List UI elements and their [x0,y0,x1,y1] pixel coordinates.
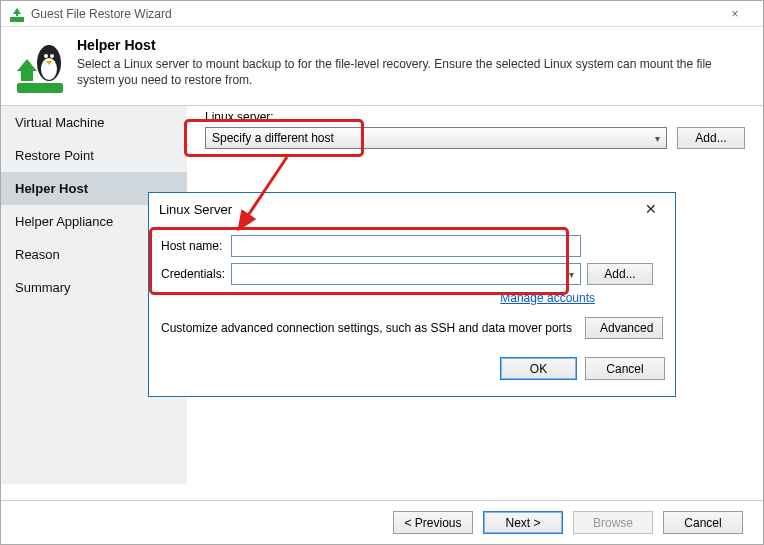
close-icon[interactable]: × [715,1,755,27]
dialog-footer: OK Cancel [149,339,675,390]
dialog-titlebar: Linux Server ✕ [149,193,675,225]
linux-server-label: Linux server: [205,110,745,124]
page-subtitle: Select a Linux server to mount backup to… [77,57,717,88]
header: Helper Host Select a Linux server to mou… [1,27,763,106]
manage-accounts-row: Manage accounts [161,291,663,305]
penguin-icon [15,37,65,95]
advanced-note-row: Customize advanced connection settings, … [161,317,663,339]
credentials-select[interactable]: ▾ [231,263,581,285]
svg-point-5 [50,54,54,58]
svg-rect-1 [17,83,63,93]
host-name-row: Host name: [161,235,663,257]
svg-point-4 [44,54,48,58]
advanced-note: Customize advanced connection settings, … [161,321,575,335]
cancel-button[interactable]: Cancel [663,511,743,534]
page-title: Helper Host [77,37,717,53]
chevron-down-icon: ▾ [569,269,574,280]
next-button[interactable]: Next > [483,511,563,534]
credentials-label: Credentials: [161,267,225,281]
credentials-row: Credentials: ▾ Add... [161,263,663,285]
dialog-close-icon[interactable]: ✕ [637,199,665,219]
add-server-button[interactable]: Add... [677,127,745,149]
linux-server-row: Specify a different host ▾ Add... [205,127,745,149]
dialog-cancel-button[interactable]: Cancel [585,357,665,380]
dialog-title: Linux Server [159,202,232,217]
linux-server-value: Specify a different host [212,131,334,145]
host-name-input[interactable] [231,235,581,257]
linux-server-dialog: Linux Server ✕ Host name: Credentials: ▾… [148,192,676,397]
svg-rect-0 [10,17,24,22]
chevron-down-icon: ▾ [655,133,660,144]
wizard-window: Guest File Restore Wizard × Helper Host … [0,0,764,545]
dialog-ok-button[interactable]: OK [500,357,577,380]
host-name-label: Host name: [161,239,225,253]
footer: < Previous Next > Browse Cancel [1,500,763,544]
linux-server-select[interactable]: Specify a different host ▾ [205,127,667,149]
titlebar: Guest File Restore Wizard × [1,1,763,27]
window-title: Guest File Restore Wizard [31,1,715,27]
nav-virtual-machine[interactable]: Virtual Machine [1,106,187,139]
header-text: Helper Host Select a Linux server to mou… [77,37,717,95]
app-icon [9,6,25,22]
browse-button: Browse [573,511,653,534]
advanced-button[interactable]: Advanced [585,317,663,339]
manage-accounts-link[interactable]: Manage accounts [500,291,595,305]
previous-button[interactable]: < Previous [393,511,473,534]
nav-restore-point[interactable]: Restore Point [1,139,187,172]
add-credentials-button[interactable]: Add... [587,263,653,285]
dialog-body: Host name: Credentials: ▾ Add... Manage … [149,225,675,339]
